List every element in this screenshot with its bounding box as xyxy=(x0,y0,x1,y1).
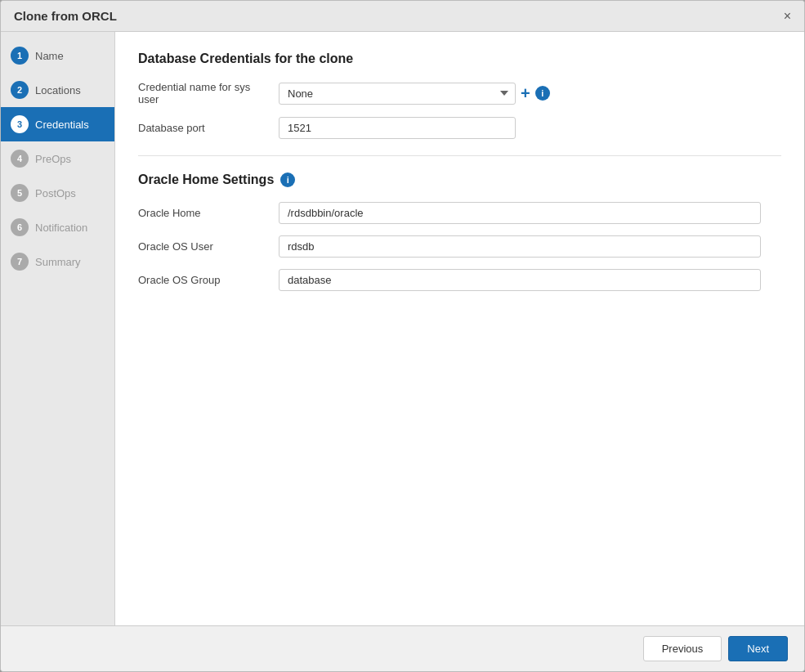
sidebar: 1 Name 2 Locations 3 Credentials 4 PreOp… xyxy=(1,32,115,625)
previous-button[interactable]: Previous xyxy=(643,636,722,661)
oracle-group-input[interactable] xyxy=(279,269,761,291)
database-port-controls xyxy=(279,117,781,139)
step-badge-4: 4 xyxy=(11,150,29,168)
sidebar-item-name[interactable]: 1 Name xyxy=(1,38,114,73)
oracle-home-controls xyxy=(279,202,781,224)
step-badge-1: 1 xyxy=(11,47,29,65)
dialog-header: Clone from ORCL × xyxy=(1,1,804,32)
credential-name-select[interactable]: None xyxy=(279,83,516,105)
oracle-home-input[interactable] xyxy=(279,202,761,224)
sidebar-item-label-credentials: Credentials xyxy=(35,119,89,131)
sidebar-item-preops[interactable]: 4 PreOps xyxy=(1,141,114,176)
oracle-user-group: Oracle OS User xyxy=(138,235,781,258)
sidebar-item-label-summary: Summary xyxy=(35,256,81,268)
dialog-body: 1 Name 2 Locations 3 Credentials 4 PreOp… xyxy=(1,32,804,625)
oracle-group-group: Oracle OS Group xyxy=(138,269,781,291)
credentials-section-title: Database Credentials for the clone xyxy=(138,52,781,66)
oracle-home-group: Oracle Home xyxy=(138,202,781,224)
oracle-user-label: Oracle OS User xyxy=(138,240,269,253)
database-port-input[interactable] xyxy=(279,117,516,139)
database-port-label: Database port xyxy=(138,122,269,134)
dialog-footer: Previous Next xyxy=(1,625,804,671)
credential-info-icon[interactable]: i xyxy=(535,86,550,101)
sidebar-item-credentials[interactable]: 3 Credentials xyxy=(1,107,114,141)
step-badge-6: 6 xyxy=(11,218,29,236)
main-content: Database Credentials for the clone Crede… xyxy=(115,32,804,625)
section-divider xyxy=(138,155,781,156)
sidebar-item-label-notification: Notification xyxy=(35,222,87,234)
sidebar-item-label-name: Name xyxy=(35,50,64,62)
step-badge-3: 3 xyxy=(11,115,29,133)
sidebar-item-label-locations: Locations xyxy=(35,84,81,96)
oracle-user-controls xyxy=(279,235,781,258)
add-credential-button[interactable]: + xyxy=(521,85,530,101)
credential-name-label: Credential name for sys user xyxy=(138,81,269,105)
sidebar-item-label-postops: PostOps xyxy=(35,187,76,199)
oracle-info-icon[interactable]: i xyxy=(280,172,295,187)
close-button[interactable]: × xyxy=(784,10,791,23)
oracle-group-controls xyxy=(279,269,781,291)
oracle-user-input[interactable] xyxy=(279,235,761,258)
sidebar-item-postops[interactable]: 5 PostOps xyxy=(1,176,114,210)
oracle-home-label: Oracle Home xyxy=(138,207,269,219)
sidebar-item-summary[interactable]: 7 Summary xyxy=(1,244,114,279)
step-badge-7: 7 xyxy=(11,253,29,271)
sidebar-item-notification[interactable]: 6 Notification xyxy=(1,210,114,244)
credential-name-controls: None + i xyxy=(279,83,781,105)
step-badge-2: 2 xyxy=(11,81,29,99)
oracle-section-title-row: Oracle Home Settings i xyxy=(138,172,781,187)
oracle-group-label: Oracle OS Group xyxy=(138,274,269,286)
credential-name-group: Credential name for sys user None + i xyxy=(138,81,781,105)
database-port-group: Database port xyxy=(138,117,781,139)
clone-dialog: Clone from ORCL × 1 Name 2 Locations 3 C… xyxy=(0,0,805,672)
sidebar-item-label-preops: PreOps xyxy=(35,153,71,165)
sidebar-item-locations[interactable]: 2 Locations xyxy=(1,73,114,107)
oracle-section-title: Oracle Home Settings xyxy=(138,172,274,187)
step-badge-5: 5 xyxy=(11,184,29,202)
next-button[interactable]: Next xyxy=(728,636,788,661)
dialog-title: Clone from ORCL xyxy=(14,9,117,23)
